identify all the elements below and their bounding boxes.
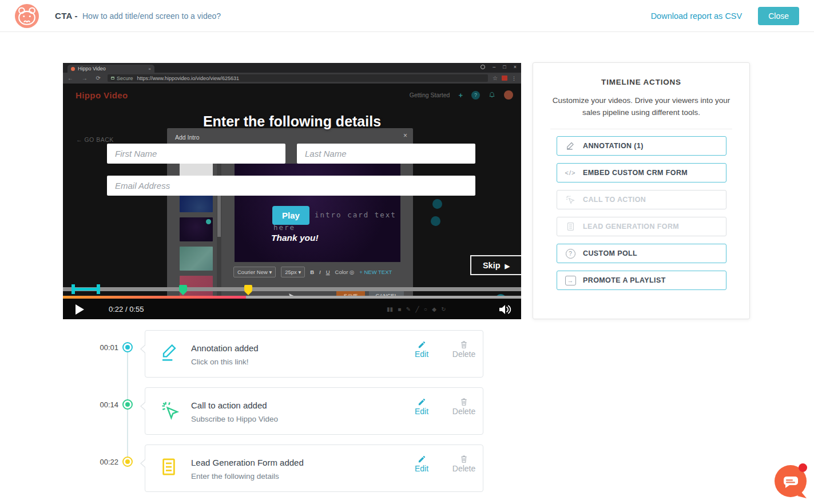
hippo-video-logo: Hippo Video <box>76 90 128 100</box>
event-marker-dot <box>122 342 133 352</box>
email-input[interactable] <box>107 176 475 196</box>
event-time: 00:01 <box>99 343 118 352</box>
close-button[interactable]: Close <box>758 7 799 25</box>
window-controls: – □ × <box>481 64 517 70</box>
title-prefix: CTA - <box>55 11 78 21</box>
marker-track[interactable] <box>63 287 521 291</box>
dialog-close-icon: × <box>403 132 407 140</box>
first-name-input[interactable] <box>107 144 285 164</box>
tab-close-icon: × <box>148 66 151 72</box>
delete-button[interactable]: Delete <box>450 398 478 416</box>
lock-icon <box>111 77 114 80</box>
code-icon: </> <box>565 169 576 176</box>
profile-icon <box>481 65 485 69</box>
timeline-actions-panel: TIMELINE ACTIONS Customize your videos. … <box>533 62 750 319</box>
recorded-browser-tabbar: Hippo Video × – □ × <box>63 63 521 73</box>
recorded-browser-urlbar: ← → ⟳ Secure https://www.hippovideo.io/v… <box>63 73 521 84</box>
annotation-bubble-icon <box>431 216 440 226</box>
pencil-icon <box>160 342 180 364</box>
app-header: CTA - How to add title/end screen to a v… <box>0 0 814 32</box>
player-controls: 0:22 / 0:55 ▮▮ ■ ✎ ╱ ○ ◆ ↻ <box>63 300 521 319</box>
recorded-browser-tab: Hippo Video × <box>67 65 154 73</box>
time-display: 0:22 / 0:55 <box>109 300 144 319</box>
thumbnail <box>180 247 213 271</box>
go-back-link: ← GO BACK <box>76 136 114 143</box>
browser-menu-icon: ⋮ <box>511 76 517 81</box>
extension-icon <box>502 76 507 81</box>
bell-icon <box>489 92 495 98</box>
event-time: 00:14 <box>99 400 118 409</box>
italic-icon: I <box>319 269 321 275</box>
trash-icon <box>460 455 468 463</box>
delete-button[interactable]: Delete <box>450 455 478 473</box>
annotation-range-marker[interactable] <box>72 284 100 294</box>
leadgen-marker-pin[interactable] <box>244 285 252 291</box>
event-marker-dot <box>122 457 133 467</box>
address-bar: Secure https://www.hippovideo.io/video/v… <box>108 74 488 82</box>
tab-title: Hippo Video <box>78 66 148 72</box>
event-card: Call to action added Subscribe to Hippo … <box>145 387 483 435</box>
panel-title: TIMELINE ACTIONS <box>533 78 749 86</box>
edit-button[interactable]: Edit <box>407 340 436 359</box>
play-overlay-button[interactable]: Play <box>272 206 309 225</box>
bookmark-star-icon: ☆ <box>493 75 498 81</box>
edit-pencil-icon <box>418 455 426 463</box>
event-title: Annotation added <box>191 343 259 353</box>
avatar <box>504 90 513 100</box>
custom-poll-button[interactable]: ? CUSTOM POLL <box>557 244 726 263</box>
call-to-action-button[interactable]: CALL TO ACTION <box>557 190 726 209</box>
lead-generation-form-button[interactable]: LEAD GENERATION FORM <box>557 217 726 236</box>
bold-icon: B <box>310 269 314 275</box>
create-plus-icon: + <box>458 91 463 100</box>
skip-play-icon: ▶ <box>505 263 510 269</box>
progress-bar[interactable] <box>63 296 521 299</box>
notification-dot <box>799 463 807 472</box>
event-marker-dot <box>122 399 133 410</box>
trash-icon <box>460 340 468 349</box>
event-card: Lead Generation Form added Enter the fol… <box>145 445 483 492</box>
video-player: Hippo Video × – □ × ← → ⟳ Secure https:/… <box>63 63 521 319</box>
edit-button[interactable]: Edit <box>407 455 436 473</box>
event-subtitle: Subscribe to Hippo Video <box>191 415 278 423</box>
thank-you-text: Thank you! <box>271 233 319 243</box>
page-title: CTA - How to add title/end screen to a v… <box>55 11 221 21</box>
recorded-toolbar-icons: ▮▮ ■ ✎ ╱ ○ ◆ ↻ <box>387 300 446 319</box>
secure-label: Secure <box>117 76 133 81</box>
download-csv-link[interactable]: Download report as CSV <box>651 11 742 21</box>
cta-marker-pin[interactable] <box>179 285 187 291</box>
color-picker: Color ◎ <box>335 269 355 275</box>
last-name-input[interactable] <box>297 144 475 164</box>
hippo-favicon-icon <box>71 67 75 71</box>
annotation-button[interactable]: ANNOTATION (1) <box>557 136 726 156</box>
pencil-icon <box>565 141 576 151</box>
document-icon <box>160 457 180 478</box>
arrow-box-icon: → <box>565 276 576 285</box>
progress-fill <box>63 296 246 299</box>
video-title: How to add title/end screen to a video? <box>82 11 221 21</box>
embed-crm-form-button[interactable]: </> EMBED CUSTOM CRM FORM <box>557 163 726 182</box>
question-bubble-icon: ? <box>565 249 576 259</box>
new-text-button: + NEW TEXT <box>359 269 392 275</box>
browser-nav-icons: ← → ⟳ <box>67 75 104 81</box>
event-subtitle: Enter the following details <box>191 472 279 481</box>
annotation-bubble-icon <box>432 199 442 209</box>
font-family-select: Courier New ▾ <box>233 267 276 277</box>
volume-icon[interactable] <box>498 303 512 316</box>
intro-card-text: intro card text <box>315 211 396 219</box>
edit-button[interactable]: Edit <box>407 398 436 416</box>
play-button[interactable] <box>76 304 84 315</box>
thumbnail <box>180 217 213 241</box>
delete-button[interactable]: Delete <box>450 340 478 359</box>
event-time: 00:22 <box>99 458 118 466</box>
leadgen-form-heading: Enter the following details <box>63 113 521 130</box>
skip-button[interactable]: Skip ▶ <box>470 255 521 275</box>
page: CTA - How to add title/end screen to a v… <box>0 0 814 504</box>
underline-icon: U <box>326 269 330 275</box>
panel-description: Customize your videos. Drive your viewer… <box>549 94 734 118</box>
edit-pencil-icon <box>418 340 426 349</box>
window-close-icon: × <box>514 64 517 70</box>
skip-label: Skip <box>483 261 501 270</box>
font-size-select: 25px ▾ <box>281 267 305 277</box>
url-text: https://www.hippovideo.io/video/view/625… <box>137 76 239 81</box>
promote-playlist-button[interactable]: → PROMOTE A PLAYLIST <box>557 271 726 290</box>
